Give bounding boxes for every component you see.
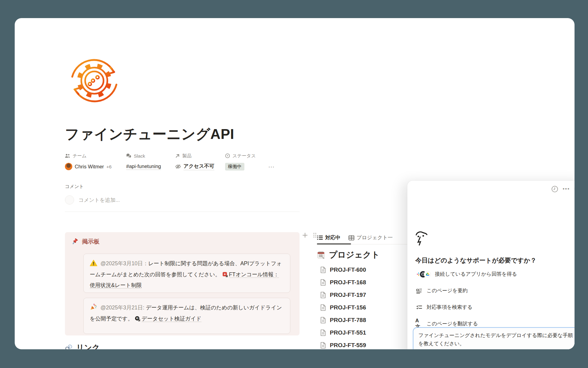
party-popper-icon [90,303,97,314]
status-icon [225,153,230,158]
list-item[interactable]: PROJ-FT-788 [320,314,403,326]
connected-apps-icons [415,271,431,278]
pushpin-icon [71,238,78,245]
tab-project-table[interactable]: プロジェクト一 [349,231,393,244]
arrow-up-right-icon [175,154,180,158]
page-icon [320,329,326,336]
notice-rate-limit: @2025年3月10日：レート制限に関する問題がある場合、APIプラットフォーム… [83,254,290,293]
property-product-value[interactable]: アクセス不可 [175,162,214,171]
history-icon[interactable] [551,186,558,193]
drag-handle-icon[interactable] [313,232,317,238]
links-title: リンク [76,343,100,349]
slack-channel-link[interactable]: #api-funetuning [126,163,161,170]
more-options-icon[interactable]: ••• [563,186,570,192]
dataset-guide-link[interactable]: データセット検証ガイド [141,316,202,322]
page-icon [320,304,326,311]
list-item[interactable]: PROJ-FT-559 [320,339,403,349]
link-icon [65,344,73,349]
add-view-icon[interactable] [302,232,308,238]
properties-more-button[interactable]: ⋯ [268,163,275,171]
bulletin-callout: 掲示板 @2025年3月10日：レート制限に関する問題がある場合、APIプラット… [65,232,300,335]
page-link-icon-red [222,270,228,280]
page-icon [320,279,326,286]
avatar [65,163,72,170]
table-view-icon [349,235,354,240]
suggestion-connected-apps[interactable]: 接続しているアプリから回答を得る [415,266,575,282]
status-badge[interactable]: 稼働中 [225,163,244,171]
chat-bubbles-icon [126,153,131,158]
comment-avatar [65,195,74,205]
page-title[interactable]: ファインチューニングAPI [65,125,298,144]
calendar-icon [317,251,325,259]
comments-label: コメント [65,184,84,190]
svg-text:8: 8 [137,317,138,319]
list-item[interactable]: PROJ-FT-197 [320,289,403,301]
suggestion-summarize[interactable]: このページを要約 [415,282,575,299]
notion-ai-face-icon [415,231,428,247]
comment-placeholder: コメントを追加... [78,197,120,204]
page-icon [320,317,326,324]
property-team-value[interactable]: Chris Witmer +6 [65,162,111,171]
ai-prompt-input[interactable]: ファインチューニングされたモデルをデプロイする際に必要な手順を教えてください。 … [413,327,575,349]
page-icon [320,292,326,298]
eye-off-icon [175,164,181,169]
list-view-icon [317,235,323,240]
bulletin-title: 掲示板 [82,238,100,246]
task-search-icon [415,305,423,310]
list-item[interactable]: PROJ-FT-156 [320,301,403,314]
page-icon [320,342,326,349]
property-status[interactable]: ステータス [225,152,256,159]
tab-active-list[interactable]: 対応中 [317,231,341,244]
project-list-title[interactable]: プロジェクト [329,249,380,260]
ai-prompt-text[interactable]: ファインチューニングされたモデルをデプロイする際に必要な手順を教えてください。 [418,331,575,348]
property-slack[interactable]: Slack [126,152,161,159]
suggestion-search-tasks[interactable]: 対応事項を検索する [415,299,575,316]
list-item[interactable]: PROJ-FT-600 [320,263,403,276]
add-comment-input[interactable]: コメントを追加... [65,195,120,205]
property-team[interactable]: チーム [65,152,111,159]
list-item[interactable]: PROJ-FT-168 [320,276,403,289]
list-item[interactable]: PROJ-FT-551 [320,326,403,339]
notion-page-card: ファインチューニングAPI チーム Chris Witmer +6 Slack … [15,18,575,349]
people-icon [65,154,70,158]
page-link-icon-8ball: 8 [135,315,140,324]
ai-greeting: 今日はどのようなサポートが必要ですか？ [415,256,575,265]
divider [65,212,300,212]
close-icon[interactable]: ✕ [574,184,575,194]
page-icon-gear[interactable] [67,54,121,108]
summarize-icon [415,288,423,293]
active-tab-underline [317,243,351,244]
notice-guidelines: @2025年3月21日: データ運用チームは、検証のための新しいガイドラインを公… [83,298,290,334]
property-table: チーム Chris Witmer +6 Slack #api-funetunin… [65,152,304,174]
page-icon [320,266,326,273]
gear-tuning-cycle-icon [67,54,121,108]
google-drive-app-icon [424,271,431,278]
property-product[interactable]: 製品 [175,152,214,159]
warning-icon [90,260,97,270]
project-list: PROJ-FT-600 PROJ-FT-168 PROJ-FT-197 PROJ… [320,263,403,349]
